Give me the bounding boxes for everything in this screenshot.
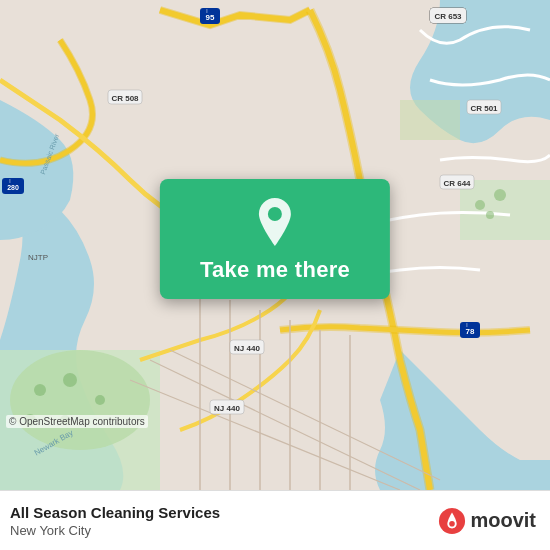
button-overlay: Take me there — [160, 179, 390, 299]
svg-point-51 — [450, 521, 456, 527]
map-container: 95 I 280 I 78 I CR 653 CR 508 CR 501 CR … — [0, 0, 550, 490]
location-pin-icon — [250, 197, 300, 247]
moovit-text: moovit — [470, 509, 536, 532]
moovit-icon — [438, 507, 466, 535]
svg-rect-4 — [400, 100, 460, 140]
svg-text:NJ 440: NJ 440 — [214, 404, 240, 413]
svg-text:CR 644: CR 644 — [443, 179, 471, 188]
moovit-logo[interactable]: moovit — [438, 507, 536, 535]
business-info: All Season Cleaning Services New York Ci… — [10, 504, 220, 538]
svg-point-43 — [95, 395, 105, 405]
svg-point-2 — [10, 350, 150, 450]
svg-point-46 — [475, 200, 485, 210]
svg-text:CR 501: CR 501 — [470, 104, 498, 113]
svg-point-41 — [34, 384, 46, 396]
svg-text:95: 95 — [206, 13, 215, 22]
svg-point-42 — [63, 373, 77, 387]
business-name: All Season Cleaning Services — [10, 504, 220, 521]
svg-text:I: I — [9, 178, 10, 184]
svg-point-49 — [268, 207, 282, 221]
svg-text:I: I — [206, 8, 207, 14]
svg-rect-3 — [460, 180, 550, 240]
svg-text:280: 280 — [7, 184, 19, 191]
svg-text:I: I — [466, 322, 467, 328]
take-me-there-label: Take me there — [200, 257, 350, 283]
svg-text:NJ 440: NJ 440 — [234, 344, 260, 353]
svg-point-48 — [486, 211, 494, 219]
svg-text:78: 78 — [466, 327, 475, 336]
bottom-bar: All Season Cleaning Services New York Ci… — [0, 490, 550, 550]
business-location: New York City — [10, 523, 220, 538]
svg-text:CR 653: CR 653 — [434, 12, 462, 21]
svg-point-47 — [494, 189, 506, 201]
svg-text:CR 508: CR 508 — [111, 94, 139, 103]
osm-attribution: © OpenStreetMap contributors — [6, 415, 148, 428]
take-me-there-button[interactable]: Take me there — [160, 179, 390, 299]
svg-text:NJTP: NJTP — [28, 253, 48, 262]
